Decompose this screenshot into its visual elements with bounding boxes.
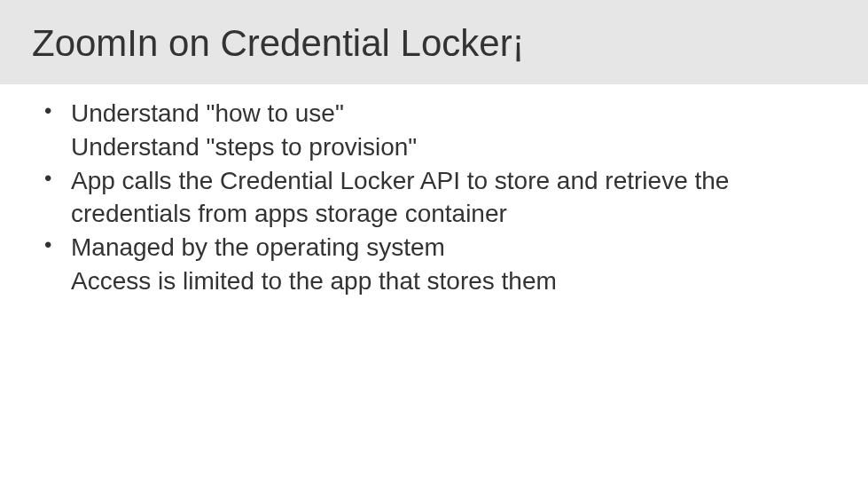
slide-title: ZoomIn on Credential Locker¡ [32,22,525,65]
bullet-line: Access is limited to the app that stores… [71,264,836,298]
bullet-item: Understand "how to use" Understand "step… [32,97,836,164]
bullet-item: App calls the Credential Locker API to s… [32,164,836,232]
bullet-list: Understand "how to use" Understand "step… [32,97,836,298]
bullet-item: Managed by the operating system Access i… [32,231,836,298]
bullet-line: Managed by the operating system [71,231,836,264]
slide-content: Understand "how to use" Understand "step… [0,84,868,316]
bullet-line: App calls the Credential Locker API to s… [71,164,836,232]
bullet-line: Understand "steps to provision" [71,130,836,164]
slide-header: ZoomIn on Credential Locker¡ [0,0,868,84]
bullet-line: Understand "how to use" [71,97,836,130]
